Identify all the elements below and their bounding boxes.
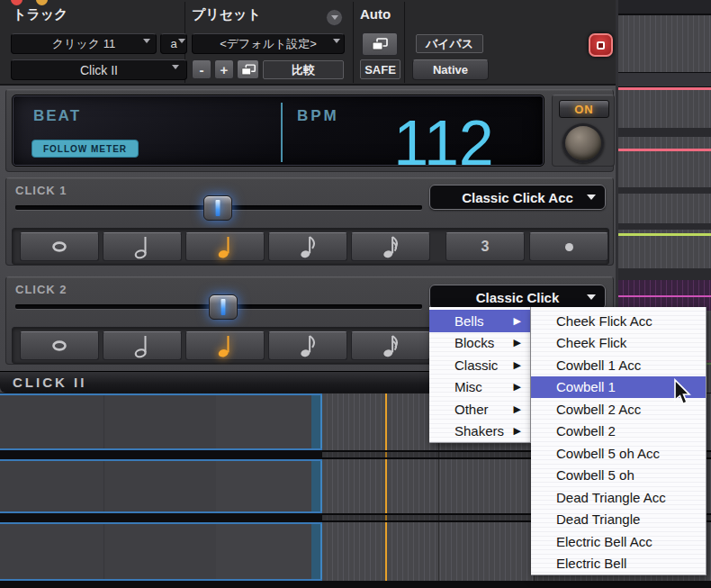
- submenu-item-label: Cowbell 2: [556, 423, 616, 439]
- clip-shade: [216, 461, 311, 511]
- click2-sixteenth-note-button[interactable]: [351, 331, 430, 360]
- clip-shade: [216, 524, 311, 579]
- on-panel: ON: [552, 95, 615, 167]
- close-traffic-light[interactable]: [11, 0, 22, 5]
- chevron-down-icon: [143, 39, 150, 43]
- submenu-item[interactable]: Cowbell 1 Acc: [531, 354, 706, 376]
- auto-window-button[interactable]: [362, 32, 398, 56]
- preset-decrement-button[interactable]: -: [192, 59, 212, 79]
- menu-item-bells[interactable]: Bells ▶: [429, 310, 530, 332]
- submenu-item[interactable]: Electric Bell: [531, 553, 706, 575]
- clip-fade-edge[interactable]: [311, 395, 322, 448]
- bells-submenu: Cheek Flick Acc Cheek Flick Cowbell 1 Ac…: [531, 307, 706, 575]
- clip-fade-edge[interactable]: [311, 461, 322, 511]
- follow-meter-button[interactable]: FOLLOW METER: [32, 140, 139, 158]
- copy-icon: [240, 63, 256, 77]
- chevron-down-icon: [172, 65, 179, 69]
- menu-item-label: Classic: [454, 357, 498, 373]
- submenu-item[interactable]: Cheek Flick Acc: [531, 310, 706, 332]
- pink-region-line: [618, 149, 711, 151]
- click1-whole-note-button[interactable]: [20, 232, 99, 261]
- divider: [404, 2, 405, 83]
- click2-label: CLICK 2: [15, 283, 68, 296]
- preset-increment-button[interactable]: +: [214, 59, 234, 79]
- menu-item-other[interactable]: Other ▶: [429, 398, 530, 421]
- half-note-icon: [132, 234, 152, 259]
- submenu-item-label: Cheek Flick Acc: [556, 313, 652, 329]
- beat-label: BEAT: [33, 107, 81, 125]
- menu-item-misc[interactable]: Misc ▶: [429, 376, 530, 399]
- menu-item-classic[interactable]: Classic ▶: [429, 354, 530, 376]
- copy-preset-button[interactable]: [237, 59, 259, 79]
- preset-selector[interactable]: <デフォルト設定>: [192, 33, 345, 54]
- submenu-item-label: Cheek Flick: [556, 335, 626, 350]
- bypass-label: バイパス: [426, 36, 473, 52]
- submenu-arrow-icon: ▶: [514, 403, 521, 415]
- audio-clip[interactable]: [0, 522, 322, 581]
- bypass-button[interactable]: バイパス: [416, 34, 483, 53]
- submenu-item-label: Dead Triangle: [556, 511, 640, 527]
- plugin-selector-value: Click II: [80, 63, 118, 77]
- chevron-down-icon: [587, 194, 596, 200]
- playlist-selector[interactable]: a: [160, 33, 187, 54]
- windows-icon: [371, 37, 389, 51]
- submenu-item[interactable]: Cheek Flick: [531, 332, 706, 355]
- track-gap: [0, 513, 322, 522]
- click1-quarter-note-button[interactable]: [185, 232, 265, 261]
- click1-volume-slider-thumb[interactable]: [203, 195, 232, 221]
- target-record-button[interactable]: [589, 33, 613, 57]
- submenu-arrow-icon: ▶: [514, 315, 521, 327]
- audio-clip[interactable]: [0, 394, 322, 450]
- mouse-cursor: [671, 378, 693, 407]
- half-note-icon: [132, 333, 152, 358]
- click1-dotted-button[interactable]: [529, 232, 608, 261]
- safe-button[interactable]: SAFE: [360, 59, 400, 79]
- audio-clip[interactable]: [0, 459, 322, 513]
- menu-item-shakers[interactable]: Shakers ▶: [429, 421, 530, 443]
- volume-knob[interactable]: [562, 123, 604, 163]
- click2-eighth-note-button[interactable]: [268, 331, 347, 360]
- click1-half-note-button[interactable]: [103, 232, 182, 261]
- track-band: [618, 0, 711, 14]
- plugin-selector[interactable]: Click II: [11, 59, 187, 80]
- compare-button[interactable]: 比較: [263, 60, 344, 79]
- click2-whole-note-button[interactable]: [20, 331, 99, 360]
- submenu-item[interactable]: Cowbell 5 oh: [531, 465, 706, 487]
- submenu-item-label: Cowbell 2 Acc: [556, 402, 641, 417]
- click1-sound-selector[interactable]: Classic Click Acc: [429, 185, 606, 210]
- display-divider: [281, 103, 283, 162]
- click2-sound-selector[interactable]: Classic Click: [429, 285, 606, 310]
- chevron-down-icon: [333, 39, 340, 43]
- menu-item-blocks[interactable]: Blocks ▶: [429, 332, 530, 355]
- dot-icon: [565, 243, 573, 251]
- click1-triplet-button[interactable]: 3: [446, 232, 525, 261]
- submenu-item[interactable]: Dead Triangle: [531, 509, 706, 531]
- playhead-line[interactable]: [385, 394, 387, 581]
- beat-display: BEAT FOLLOW METER BPM 112: [12, 95, 544, 167]
- submenu-item[interactable]: Cowbell 2: [531, 421, 706, 443]
- on-button[interactable]: ON: [559, 100, 609, 118]
- click1-eighth-note-button[interactable]: [268, 232, 347, 261]
- submenu-item[interactable]: Electric Bell Acc: [531, 530, 706, 553]
- clip-fade-edge[interactable]: [311, 524, 322, 579]
- bpm-value: 112: [358, 112, 529, 175]
- click2-half-note-button[interactable]: [103, 331, 182, 360]
- pink-region-line: [618, 87, 711, 90]
- track-band: [618, 72, 711, 87]
- submenu-item[interactable]: Dead Triangle Acc: [531, 486, 706, 509]
- magenta-region-line: [618, 295, 711, 297]
- track-selector[interactable]: クリック 11: [11, 33, 157, 54]
- menu-item-label: Other: [454, 402, 489, 417]
- track-gap: [0, 450, 322, 459]
- native-button[interactable]: Native: [412, 59, 489, 80]
- chevron-down-icon: [587, 294, 596, 300]
- click2-volume-slider-thumb[interactable]: [209, 294, 238, 320]
- clip-boundary: [104, 395, 104, 448]
- slider-indicator: [221, 299, 226, 315]
- preset-menu-button[interactable]: [326, 9, 343, 26]
- submenu-item[interactable]: Cowbell 5 oh Acc: [531, 442, 706, 465]
- click2-quarter-note-button[interactable]: [185, 331, 265, 360]
- submenu-item-label: Cowbell 1 Acc: [556, 357, 641, 373]
- minimize-traffic-light[interactable]: [36, 0, 48, 5]
- click1-sixteenth-note-button[interactable]: [351, 232, 430, 261]
